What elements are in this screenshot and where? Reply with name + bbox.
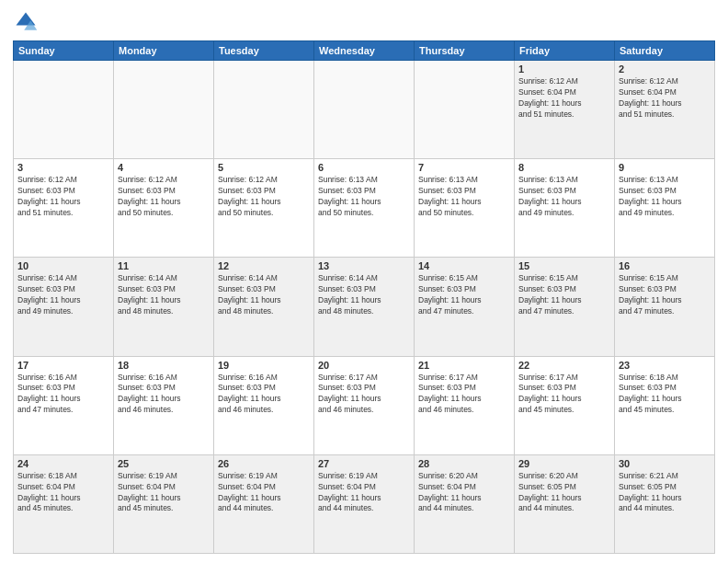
day-info: Sunrise: 6:12 AM Sunset: 6:04 PM Dayligh…: [619, 76, 711, 121]
calendar-cell: 12Sunrise: 6:14 AM Sunset: 6:03 PM Dayli…: [214, 258, 314, 356]
day-info: Sunrise: 6:20 AM Sunset: 6:05 PM Dayligh…: [518, 471, 610, 515]
week-row-0: 1Sunrise: 6:12 AM Sunset: 6:04 PM Daylig…: [14, 61, 715, 159]
day-number: 5: [218, 162, 310, 173]
day-info: Sunrise: 6:17 AM Sunset: 6:03 PM Dayligh…: [518, 373, 610, 417]
day-info: Sunrise: 6:17 AM Sunset: 6:03 PM Dayligh…: [318, 373, 410, 417]
header: [13, 9, 715, 35]
calendar-cell: 19Sunrise: 6:16 AM Sunset: 6:03 PM Dayli…: [214, 356, 314, 454]
day-number: 20: [318, 360, 410, 371]
calendar-cell: 22Sunrise: 6:17 AM Sunset: 6:03 PM Dayli…: [515, 356, 615, 454]
calendar-cell: 18Sunrise: 6:16 AM Sunset: 6:03 PM Dayli…: [114, 356, 214, 454]
calendar-table: SundayMondayTuesdayWednesdayThursdayFrid…: [13, 40, 715, 554]
week-row-2: 10Sunrise: 6:14 AM Sunset: 6:03 PM Dayli…: [14, 258, 715, 356]
calendar-cell: 21Sunrise: 6:17 AM Sunset: 6:03 PM Dayli…: [415, 356, 515, 454]
day-number: 15: [518, 260, 610, 271]
day-number: 12: [218, 260, 310, 271]
calendar-cell: 13Sunrise: 6:14 AM Sunset: 6:03 PM Dayli…: [314, 258, 415, 356]
day-number: 7: [418, 162, 510, 173]
day-number: 30: [619, 458, 711, 469]
calendar-cell: 3Sunrise: 6:12 AM Sunset: 6:03 PM Daylig…: [14, 159, 114, 258]
calendar-cell: [14, 61, 114, 159]
calendar-cell: [114, 61, 214, 159]
day-number: 25: [118, 458, 210, 469]
calendar-cell: 9Sunrise: 6:13 AM Sunset: 6:03 PM Daylig…: [615, 159, 715, 258]
day-info: Sunrise: 6:21 AM Sunset: 6:05 PM Dayligh…: [619, 471, 711, 515]
day-info: Sunrise: 6:14 AM Sunset: 6:03 PM Dayligh…: [218, 273, 310, 317]
calendar-cell: 25Sunrise: 6:19 AM Sunset: 6:04 PM Dayli…: [114, 454, 214, 553]
day-info: Sunrise: 6:14 AM Sunset: 6:03 PM Dayligh…: [318, 273, 410, 317]
weekday-header-saturday: Saturday: [615, 41, 715, 61]
day-info: Sunrise: 6:15 AM Sunset: 6:03 PM Dayligh…: [619, 273, 711, 317]
weekday-header-sunday: Sunday: [14, 41, 114, 61]
calendar-cell: [415, 61, 515, 159]
day-info: Sunrise: 6:13 AM Sunset: 6:03 PM Dayligh…: [318, 175, 410, 219]
calendar-cell: [214, 61, 314, 159]
day-number: 3: [17, 162, 109, 173]
calendar-cell: 14Sunrise: 6:15 AM Sunset: 6:03 PM Dayli…: [415, 258, 515, 356]
day-info: Sunrise: 6:18 AM Sunset: 6:03 PM Dayligh…: [619, 373, 711, 417]
weekday-header-friday: Friday: [515, 41, 615, 61]
day-info: Sunrise: 6:13 AM Sunset: 6:03 PM Dayligh…: [418, 175, 510, 219]
day-info: Sunrise: 6:12 AM Sunset: 6:03 PM Dayligh…: [17, 175, 109, 219]
day-info: Sunrise: 6:15 AM Sunset: 6:03 PM Dayligh…: [418, 273, 510, 317]
calendar-cell: 26Sunrise: 6:19 AM Sunset: 6:04 PM Dayli…: [214, 454, 314, 553]
day-info: Sunrise: 6:16 AM Sunset: 6:03 PM Dayligh…: [218, 373, 310, 417]
calendar-cell: 8Sunrise: 6:13 AM Sunset: 6:03 PM Daylig…: [515, 159, 615, 258]
day-info: Sunrise: 6:16 AM Sunset: 6:03 PM Dayligh…: [118, 373, 210, 417]
day-info: Sunrise: 6:12 AM Sunset: 6:04 PM Dayligh…: [518, 76, 610, 121]
day-number: 19: [218, 360, 310, 371]
weekday-header-row: SundayMondayTuesdayWednesdayThursdayFrid…: [14, 41, 715, 61]
weekday-header-wednesday: Wednesday: [314, 41, 415, 61]
calendar-cell: 11Sunrise: 6:14 AM Sunset: 6:03 PM Dayli…: [114, 258, 214, 356]
day-number: 21: [418, 360, 510, 371]
logo-icon: [13, 9, 39, 35]
day-number: 10: [17, 260, 109, 271]
weekday-header-thursday: Thursday: [415, 41, 515, 61]
logo: [13, 9, 42, 35]
calendar-cell: 15Sunrise: 6:15 AM Sunset: 6:03 PM Dayli…: [515, 258, 615, 356]
day-number: 13: [318, 260, 410, 271]
day-number: 2: [619, 63, 711, 75]
day-number: 22: [518, 360, 610, 371]
day-info: Sunrise: 6:14 AM Sunset: 6:03 PM Dayligh…: [118, 273, 210, 317]
calendar-cell: [314, 61, 415, 159]
day-number: 18: [118, 360, 210, 371]
calendar-cell: 29Sunrise: 6:20 AM Sunset: 6:05 PM Dayli…: [515, 454, 615, 553]
day-number: 26: [218, 458, 310, 469]
calendar-body: 1Sunrise: 6:12 AM Sunset: 6:04 PM Daylig…: [14, 61, 715, 554]
day-number: 16: [619, 260, 711, 271]
day-info: Sunrise: 6:13 AM Sunset: 6:03 PM Dayligh…: [518, 175, 610, 219]
day-number: 29: [518, 458, 610, 469]
day-number: 1: [518, 63, 610, 75]
calendar-cell: 28Sunrise: 6:20 AM Sunset: 6:04 PM Dayli…: [415, 454, 515, 553]
day-number: 27: [318, 458, 410, 469]
day-number: 24: [17, 458, 109, 469]
calendar-cell: 7Sunrise: 6:13 AM Sunset: 6:03 PM Daylig…: [415, 159, 515, 258]
day-info: Sunrise: 6:16 AM Sunset: 6:03 PM Dayligh…: [17, 373, 109, 417]
day-info: Sunrise: 6:19 AM Sunset: 6:04 PM Dayligh…: [218, 471, 310, 515]
day-info: Sunrise: 6:12 AM Sunset: 6:03 PM Dayligh…: [218, 175, 310, 219]
day-info: Sunrise: 6:19 AM Sunset: 6:04 PM Dayligh…: [118, 471, 210, 515]
day-info: Sunrise: 6:15 AM Sunset: 6:03 PM Dayligh…: [518, 273, 610, 317]
day-number: 28: [418, 458, 510, 469]
calendar-cell: 4Sunrise: 6:12 AM Sunset: 6:03 PM Daylig…: [114, 159, 214, 258]
day-number: 23: [619, 360, 711, 371]
weekday-header-tuesday: Tuesday: [214, 41, 314, 61]
week-row-4: 24Sunrise: 6:18 AM Sunset: 6:04 PM Dayli…: [14, 454, 715, 553]
day-info: Sunrise: 6:17 AM Sunset: 6:03 PM Dayligh…: [418, 373, 510, 417]
calendar-cell: 20Sunrise: 6:17 AM Sunset: 6:03 PM Dayli…: [314, 356, 415, 454]
day-number: 17: [17, 360, 109, 371]
day-number: 8: [518, 162, 610, 173]
calendar-cell: 10Sunrise: 6:14 AM Sunset: 6:03 PM Dayli…: [14, 258, 114, 356]
calendar-cell: 27Sunrise: 6:19 AM Sunset: 6:04 PM Dayli…: [314, 454, 415, 553]
page: SundayMondayTuesdayWednesdayThursdayFrid…: [0, 0, 728, 563]
day-info: Sunrise: 6:12 AM Sunset: 6:03 PM Dayligh…: [118, 175, 210, 219]
day-info: Sunrise: 6:14 AM Sunset: 6:03 PM Dayligh…: [17, 273, 109, 317]
week-row-1: 3Sunrise: 6:12 AM Sunset: 6:03 PM Daylig…: [14, 159, 715, 258]
calendar-cell: 5Sunrise: 6:12 AM Sunset: 6:03 PM Daylig…: [214, 159, 314, 258]
day-number: 14: [418, 260, 510, 271]
day-info: Sunrise: 6:20 AM Sunset: 6:04 PM Dayligh…: [418, 471, 510, 515]
calendar-cell: 23Sunrise: 6:18 AM Sunset: 6:03 PM Dayli…: [615, 356, 715, 454]
day-number: 6: [318, 162, 410, 173]
calendar-cell: 17Sunrise: 6:16 AM Sunset: 6:03 PM Dayli…: [14, 356, 114, 454]
